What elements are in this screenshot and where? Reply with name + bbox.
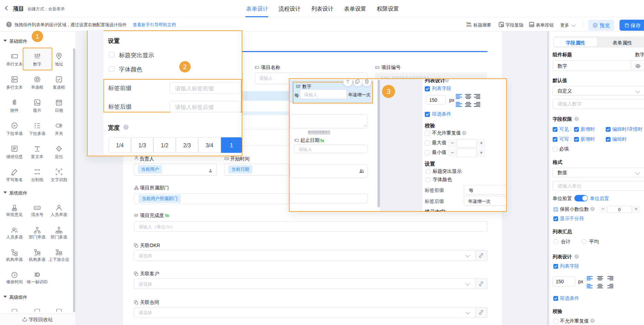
svg-text:123: 123 — [296, 84, 301, 87]
